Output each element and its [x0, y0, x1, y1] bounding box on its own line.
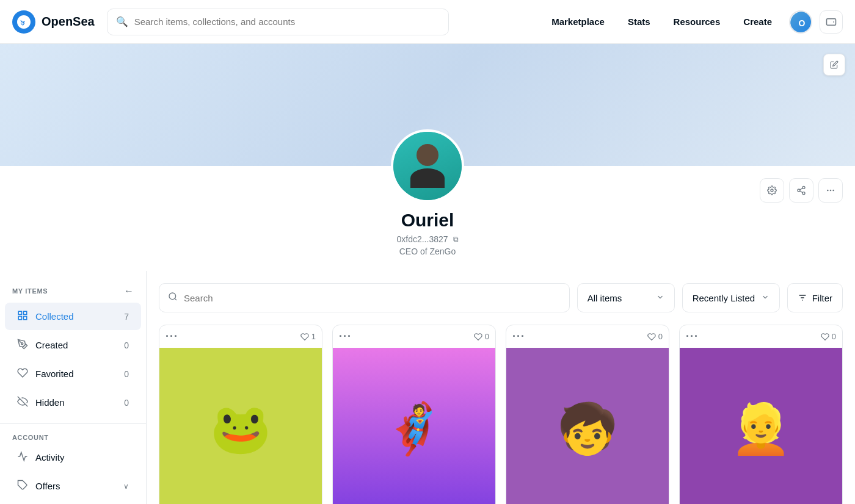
settings-button[interactable] — [760, 178, 784, 203]
offers-label: Offers — [35, 481, 60, 491]
nav-marketplace[interactable]: Marketplace — [542, 12, 614, 32]
banner-edit-button[interactable] — [823, 54, 845, 76]
logo-text: OpenSea — [42, 15, 95, 29]
nft-card-4[interactable]: ··· 0 👱 — [679, 325, 843, 504]
card1-like[interactable]: 1 — [300, 332, 316, 341]
search-bar[interactable]: 🔍 — [107, 9, 449, 35]
search-icon: 🔍 — [116, 16, 128, 27]
svg-rect-12 — [18, 317, 21, 320]
sidebar-item-activity[interactable]: Activity — [5, 444, 141, 471]
navbar: OpenSea 🔍 Marketplace Stats Resources Cr… — [0, 0, 855, 44]
card4-like[interactable]: 0 — [821, 332, 836, 341]
more-button[interactable] — [818, 178, 843, 203]
card2-like-count: 0 — [485, 332, 489, 341]
sidebar-divider — [0, 423, 146, 424]
sidebar-item-favorited[interactable]: Favorited 0 — [5, 360, 141, 387]
collected-label: Collected — [35, 311, 74, 322]
content-area: All items Recently Listed — [147, 271, 855, 504]
hidden-icon — [17, 396, 28, 409]
sidebar: MY ITEMS ← Collected 7 — [0, 271, 147, 504]
card1-like-count: 1 — [311, 332, 316, 341]
offers-icon — [17, 480, 28, 492]
sidebar-item-created[interactable]: Created 0 — [5, 331, 141, 359]
recently-listed-dropdown[interactable]: Recently Listed — [682, 283, 780, 312]
svg-line-18 — [175, 298, 176, 300]
profile-actions — [760, 178, 843, 203]
favorited-label: Favorited — [35, 369, 74, 379]
svg-point-9 — [832, 190, 834, 192]
created-label: Created — [35, 340, 68, 350]
card3-like-count: 0 — [658, 332, 663, 341]
profile-section: Ouriel 0xfdc2...3827 ⧉ CEO of ZenGo — [0, 166, 855, 271]
collected-count: 7 — [124, 312, 129, 322]
collected-icon — [17, 310, 28, 323]
svg-line-6 — [800, 188, 803, 190]
created-count: 0 — [124, 340, 129, 350]
svg-rect-10 — [18, 311, 21, 314]
search-icon — [168, 292, 178, 304]
svg-point-7 — [827, 190, 829, 192]
all-items-label: All items — [588, 293, 622, 303]
filter-button[interactable]: Filter — [787, 283, 843, 312]
favorited-count: 0 — [124, 369, 129, 379]
svg-point-4 — [802, 192, 805, 195]
nav-stats[interactable]: Stats — [618, 12, 660, 32]
avatar[interactable]: O — [789, 10, 812, 34]
svg-line-5 — [800, 191, 803, 193]
search-input[interactable] — [134, 16, 440, 27]
logo[interactable]: OpenSea — [12, 10, 95, 34]
svg-rect-13 — [24, 317, 27, 320]
copy-icon[interactable]: ⧉ — [453, 235, 459, 243]
avatar-container — [391, 129, 464, 203]
main-content: MY ITEMS ← Collected 7 — [0, 271, 855, 504]
card3-like[interactable]: 0 — [647, 332, 663, 341]
svg-point-1 — [771, 189, 773, 192]
profile-name: Ouriel — [401, 210, 454, 231]
card4-like-count: 0 — [832, 332, 836, 341]
nft-card-3[interactable]: ··· 0 🧒 — [506, 325, 669, 504]
logo-icon — [12, 10, 35, 34]
share-button[interactable] — [789, 178, 813, 203]
all-items-dropdown[interactable]: All items — [577, 283, 675, 312]
nft-card-1[interactable]: ··· 1 🐸 — [159, 325, 322, 504]
svg-point-8 — [830, 190, 832, 192]
profile-avatar — [391, 129, 464, 203]
nav-links: Marketplace Stats Resources Create O — [542, 10, 843, 34]
svg-point-2 — [802, 186, 805, 189]
activity-label: Activity — [35, 452, 65, 463]
account-title: ACCOUNT — [0, 429, 61, 446]
sidebar-item-collected[interactable]: Collected 7 — [5, 303, 141, 330]
card1-more-button[interactable]: ··· — [166, 330, 178, 343]
nav-resources[interactable]: Resources — [664, 12, 730, 32]
nav-create[interactable]: Create — [733, 12, 782, 32]
svg-point-3 — [798, 189, 800, 192]
profile-bio: CEO of ZenGo — [399, 247, 456, 256]
recently-listed-chevron-icon — [761, 293, 770, 303]
created-icon — [17, 339, 28, 351]
filter-label: Filter — [812, 293, 832, 303]
nft-grid: ··· 1 🐸 ··· — [159, 325, 843, 504]
wallet-button[interactable] — [820, 10, 843, 34]
card3-more-button[interactable]: ··· — [512, 330, 525, 343]
sidebar-item-hidden[interactable]: Hidden 0 — [5, 389, 141, 416]
filter-bar: All items Recently Listed — [159, 283, 843, 312]
all-items-chevron-icon — [656, 293, 664, 303]
item-search[interactable] — [159, 283, 570, 312]
offers-chevron-icon: ∨ — [123, 482, 129, 491]
card2-more-button[interactable]: ··· — [339, 330, 352, 343]
nft-card-2[interactable]: ··· 0 🦸 — [332, 325, 496, 504]
recently-listed-label: Recently Listed — [693, 293, 755, 303]
item-search-input[interactable] — [184, 293, 561, 303]
favorited-icon — [17, 367, 28, 380]
svg-point-17 — [169, 293, 176, 300]
profile-address[interactable]: 0xfdc2...3827 ⧉ — [396, 234, 458, 244]
sidebar-item-offers[interactable]: Offers ∨ — [5, 472, 141, 500]
sidebar-collapse-button[interactable]: ← — [124, 286, 134, 297]
card2-like[interactable]: 0 — [474, 332, 489, 341]
hidden-count: 0 — [124, 398, 129, 408]
card4-more-button[interactable]: ··· — [686, 330, 699, 343]
my-items-title: MY ITEMS — [12, 287, 48, 295]
activity-icon — [17, 451, 28, 464]
svg-rect-0 — [827, 18, 836, 25]
svg-point-14 — [21, 343, 23, 345]
